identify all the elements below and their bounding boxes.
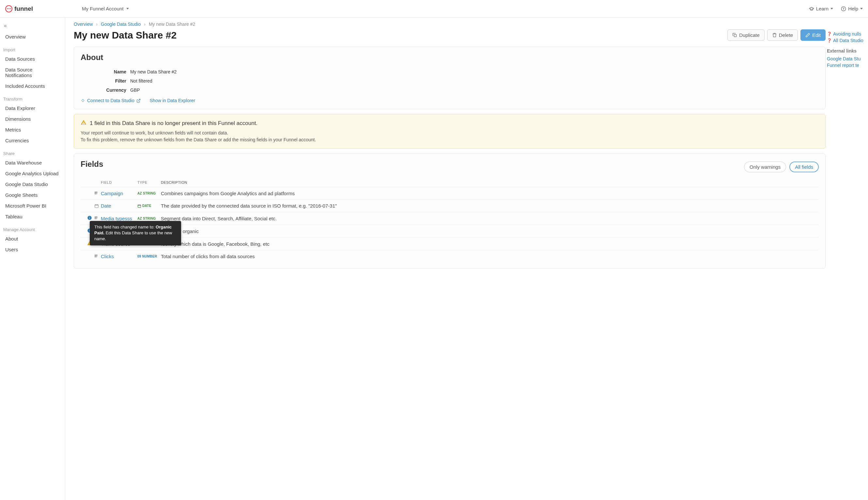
fields-heading: Fields [81,160,103,169]
field-description: to paid or organic [161,228,812,234]
copy-icon [732,33,737,37]
chevron-down-icon [831,8,833,10]
about-currency-label: Currency [81,88,130,93]
sidebar-item[interactable]: Google Sheets [0,190,65,201]
sidebar-item[interactable]: Google Analytics Upload [0,168,65,179]
svg-rect-3 [95,192,96,193]
svg-rect-9 [89,217,90,219]
sidebar-item[interactable]: Data Warehouse [0,157,65,168]
warning-banner: 1 field in this Data Share is no longer … [74,114,825,149]
fields-card: Fields Only warnings All fields FIELD TY… [74,154,825,269]
table-row: Clicks09 NUMBERTotal number of clicks fr… [81,250,819,262]
field-type-icon [94,204,101,208]
external-link[interactable]: Google Data Stu [827,56,868,62]
sidebar-item[interactable]: Google Data Studio [0,179,65,190]
connect-data-studio-link[interactable]: Connect to Data Studio [81,98,141,103]
sidebar-item[interactable]: Data Source Notifications [0,64,65,81]
learn-icon [809,6,814,11]
svg-rect-27 [96,254,97,255]
edit-button[interactable]: Edit [800,30,825,41]
trash-icon [772,33,777,37]
column-header-type: TYPE [137,181,161,184]
type-badge: AZ STRING [137,192,161,195]
table-row: to paid or organicThis field has changed… [81,225,819,237]
svg-rect-11 [95,217,96,218]
breadcrumb-current: My new Data Share #2 [149,22,195,27]
help-link[interactable]: ❓All Data Studio [827,37,868,44]
show-in-explorer-link[interactable]: Show in Data Explorer [150,98,195,103]
page-title: My new Data Share #2 [74,30,176,41]
field-name[interactable]: Clicks [101,253,114,259]
logo[interactable]: funnel [5,5,33,12]
filter-only-warnings[interactable]: Only warnings [744,161,786,172]
svg-rect-12 [95,218,96,219]
warning-line: To fix this problem, remove the unknown … [81,136,819,143]
sidebar: « Overview ImportData SourcesData Source… [0,18,65,500]
filter-all-fields[interactable]: All fields [789,161,819,172]
sidebar-item-overview[interactable]: Overview [0,31,65,42]
breadcrumb-link[interactable]: Overview [74,22,93,27]
about-filter-value: Not filtered [130,78,152,83]
sidebar-item[interactable]: Data Sources [0,54,65,64]
field-description: Identify which data is Google, Facebook,… [161,241,812,247]
field-name[interactable]: Media typesss [101,216,132,221]
sidebar-item[interactable]: Dimensions [0,114,65,124]
external-links-heading: External links [827,48,868,54]
learn-menu[interactable]: Learn [809,6,833,11]
svg-rect-5 [96,192,97,193]
table-row: CampaignAZ STRINGCombines campaigns from… [81,187,819,200]
sidebar-item[interactable]: About [0,234,65,244]
external-link-icon [136,99,141,103]
svg-rect-25 [95,254,96,255]
sidebar-item[interactable]: Tableau [0,211,65,222]
topbar: funnel My Funnel Account Learn Help [0,0,868,18]
sidebar-item[interactable]: Included Accounts [0,81,65,91]
account-switcher[interactable]: My Funnel Account [82,6,129,11]
sidebar-item[interactable]: Data Explorer [0,103,65,114]
help-icon [841,6,846,11]
question-icon: ❓ [827,32,832,36]
sidebar-item[interactable]: Metrics [0,124,65,135]
duplicate-button[interactable]: Duplicate [727,30,765,41]
info-icon [87,215,92,221]
table-row: Media typesssAZ STRINGSegment data into … [81,212,819,225]
sidebar-group-heading: Import [0,42,65,54]
sidebar-item[interactable]: Currencies [0,135,65,146]
field-description: Total number of clicks from all data sou… [161,253,812,259]
breadcrumb-link[interactable]: Google Data Studio [101,22,141,27]
field-name[interactable]: Date [101,203,111,208]
svg-point-10 [89,217,90,217]
field-description: Combines campaigns from Google Analytics… [161,191,812,196]
svg-rect-2 [734,35,736,37]
field-description: Segment data into Direct, Search, Affili… [161,216,812,221]
chevron-down-icon [126,8,129,10]
right-help-panel: ❓Avoiding nulls ❓All Data Studio Externa… [827,31,868,69]
about-name-value: My new Data Share #2 [130,69,176,75]
sidebar-item[interactable]: Users [0,244,65,255]
warning-line: Your report will continue to work, but u… [81,129,819,136]
svg-rect-6 [95,204,99,207]
external-link[interactable]: Funnel report te [827,62,868,69]
about-card: About NameMy new Data Share #2 FilterNot… [74,47,825,109]
column-header-field: FIELD [101,181,137,184]
logo-icon [5,5,12,12]
delete-button[interactable]: Delete [767,30,798,41]
svg-rect-26 [95,256,96,257]
svg-rect-4 [95,193,96,194]
help-menu[interactable]: Help [841,6,863,11]
sidebar-item[interactable]: Microsoft Power BI [0,201,65,211]
column-header-description: DESCRIPTION [161,181,812,184]
collapse-sidebar-button[interactable]: « [0,20,65,31]
table-row: Traffic sourceAZ STRINGIdentify which da… [81,237,819,250]
field-name[interactable]: Campaign [101,191,123,196]
pencil-icon [806,33,810,37]
question-icon: ❓ [827,38,832,43]
main-content: Overview › Google Data Studio › My new D… [65,18,868,500]
type-badge: AZ STRING [137,217,161,220]
help-link[interactable]: ❓Avoiding nulls [827,31,868,37]
table-row: Date DATEThe date provided by the connec… [81,200,819,212]
type-badge: 09 NUMBER [137,254,161,258]
chevron-right-icon: › [96,22,98,27]
about-filter-label: Filter [81,78,130,83]
chevron-right-icon: › [144,22,146,27]
